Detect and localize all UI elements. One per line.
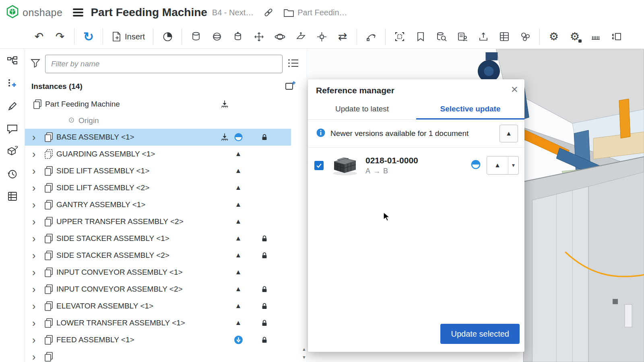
chevron-right-icon[interactable]: ›: [32, 217, 43, 227]
assignments-icon[interactable]: [454, 28, 471, 45]
onshape-brand[interactable]: onshape: [6, 5, 62, 20]
version-label[interactable]: B4 - Next…: [212, 8, 254, 17]
edit-appearance-icon[interactable]: [3, 97, 22, 115]
reference-manager-dialog: Reference manager × Update to latest Sel…: [308, 79, 524, 352]
tree-row-label: SIDE STACKER ASSEMBLY <1>: [56, 234, 169, 243]
update-to-version-icon[interactable]: [219, 133, 230, 142]
history-icon[interactable]: [3, 165, 22, 183]
filter-input[interactable]: [45, 55, 283, 73]
rack-mate-icon[interactable]: [587, 28, 604, 45]
cut-list-icon[interactable]: [3, 187, 22, 205]
display-states-icon[interactable]: [608, 28, 625, 45]
snap-mode-icon[interactable]: [363, 28, 380, 45]
tree-row[interactable]: › SIDE LIFT ASSEMBLY <2> ▲: [25, 179, 291, 196]
subassembly-icon: [43, 149, 55, 159]
replicate-icon[interactable]: [517, 28, 534, 45]
lock-icon: [259, 251, 270, 260]
insert-button[interactable]: Insert: [109, 28, 147, 45]
dialog-tab[interactable]: Selective update: [416, 99, 524, 119]
tree-row[interactable]: › GUARDING ASSEMBLY <1> ▲: [25, 146, 291, 162]
parallel-mate-icon[interactable]: ⇄: [334, 28, 351, 45]
planar-mate-icon[interactable]: [292, 28, 309, 45]
chevron-right-icon[interactable]: ›: [32, 251, 43, 261]
version-select-button[interactable]: ▲ ▼: [487, 156, 519, 175]
chevron-right-icon[interactable]: ›: [32, 318, 43, 328]
mate-icon[interactable]: [159, 28, 176, 45]
instances-panel: Instances (14) Part Feeding Machine Orig…: [25, 49, 307, 362]
tree-row[interactable]: › INPUT CONVEYOR ASSEMBLY <2> ▲: [25, 281, 291, 298]
chevron-right-icon[interactable]: ›: [32, 234, 43, 244]
tree-row[interactable]: › GANTRY ASSEMBLY <1> ▲: [25, 196, 291, 213]
panel-scrollbar[interactable]: ▲ ▼: [301, 49, 307, 362]
undo-button[interactable]: ↶: [31, 28, 47, 45]
tree-origin-row[interactable]: Origin: [25, 113, 291, 129]
scroll-up-icon[interactable]: ▲: [302, 347, 306, 352]
part-number: 0218-01-0000: [365, 156, 465, 165]
version-dropdown-icon[interactable]: ▼: [508, 156, 518, 174]
tree-row[interactable]: › ELEVATOR ASSEMBLY <1> ▲: [25, 298, 291, 315]
subassembly-icon: [43, 267, 55, 278]
main-menu-icon[interactable]: [71, 6, 85, 19]
box-select-icon[interactable]: [391, 28, 408, 45]
instances-panel-icon[interactable]: [3, 52, 22, 70]
dialog-header: Reference manager ×: [308, 79, 524, 99]
chevron-right-icon[interactable]: ›: [32, 149, 43, 159]
tree-row-partial[interactable]: ›: [25, 348, 291, 362]
list-view-icon[interactable]: [287, 58, 299, 70]
add-instance-icon[interactable]: [3, 75, 22, 93]
newer-versions-text: Newer versions available for 1 document: [330, 129, 495, 138]
part-thumbnail: [329, 154, 360, 177]
mate-connector-icon[interactable]: [313, 28, 330, 45]
chevron-right-icon[interactable]: ›: [32, 166, 43, 176]
tree-root-row[interactable]: Part Feeding Machine: [25, 96, 291, 113]
arrow-right-icon: →: [373, 167, 380, 175]
redo-button[interactable]: ↷: [52, 28, 68, 45]
settings-gear-icon[interactable]: ⚙: [545, 28, 562, 45]
parts-help-icon[interactable]: [3, 142, 22, 160]
cylindrical-mate-icon[interactable]: [229, 28, 246, 45]
tree-row[interactable]: › INPUT CONVEYOR ASSEMBLY <1> ▲: [25, 264, 291, 281]
reference-checkbox[interactable]: [314, 161, 324, 170]
update-references-icon[interactable]: ↻: [80, 28, 97, 45]
chevron-right-icon[interactable]: ›: [32, 284, 43, 294]
comments-icon[interactable]: [3, 120, 22, 138]
chevron-right-icon[interactable]: ›: [32, 335, 43, 345]
tree-row[interactable]: › SIDE LIFT ASSEMBLY <1> ▲: [25, 162, 291, 179]
chevron-right-icon[interactable]: ›: [32, 352, 43, 362]
scroll-down-icon[interactable]: ▼: [302, 355, 306, 360]
chevron-right-icon[interactable]: ›: [32, 132, 43, 142]
tree-row[interactable]: › UPPER TRANSFER ASSEMBLY <2> ▲: [25, 213, 291, 230]
tree-row[interactable]: › FEED ASSEMBLY <1> ▲: [25, 331, 291, 348]
bulk-version-up-button[interactable]: ▲: [500, 125, 518, 142]
configurations-icon[interactable]: ⚙: [566, 28, 583, 45]
filter-funnel-icon[interactable]: [31, 58, 40, 70]
link-icon[interactable]: [263, 7, 274, 18]
tree-row-label: INPUT CONVEYOR ASSEMBLY <2>: [56, 285, 183, 294]
tree-row[interactable]: › LOWER TRANSFER ASSEMBLY <1> ▲: [25, 315, 291, 331]
bom-table-icon[interactable]: [496, 28, 513, 45]
update-to-version-icon[interactable]: [219, 100, 230, 109]
rotate-icon[interactable]: [271, 28, 288, 45]
tree-row[interactable]: › SIDE STACKER ASSEMBLY <2> ▲: [25, 247, 291, 264]
dialog-tab[interactable]: Update to latest: [308, 99, 416, 119]
close-icon[interactable]: ×: [511, 82, 518, 96]
document-location-label[interactable]: Part Feedin…: [297, 8, 347, 17]
chevron-right-icon[interactable]: ›: [32, 267, 43, 278]
toolbar-separator: [103, 29, 103, 45]
tree-row[interactable]: › BASE ASSEMBLY <1> ▲: [25, 129, 291, 146]
folder-icon[interactable]: [283, 8, 294, 17]
revolute-mate-icon[interactable]: [188, 28, 204, 45]
chevron-right-icon[interactable]: ›: [32, 183, 43, 193]
add-subassembly-icon[interactable]: [285, 80, 296, 93]
chevron-right-icon[interactable]: ›: [32, 200, 43, 210]
chevron-right-icon[interactable]: ›: [32, 301, 43, 311]
part-query-icon[interactable]: [433, 28, 450, 45]
update-selected-button[interactable]: Update selected: [440, 324, 520, 344]
reference-row[interactable]: 0218-01-0000 A → B ▲ ▼: [308, 148, 524, 183]
named-views-icon[interactable]: [412, 28, 429, 45]
publish-icon[interactable]: [475, 28, 492, 45]
ball-mate-icon[interactable]: [208, 28, 225, 45]
translate-icon[interactable]: [250, 28, 267, 45]
tree-row[interactable]: › SIDE STACKER ASSEMBLY <1> ▲: [25, 230, 291, 247]
version-up-button[interactable]: ▲: [487, 156, 508, 174]
